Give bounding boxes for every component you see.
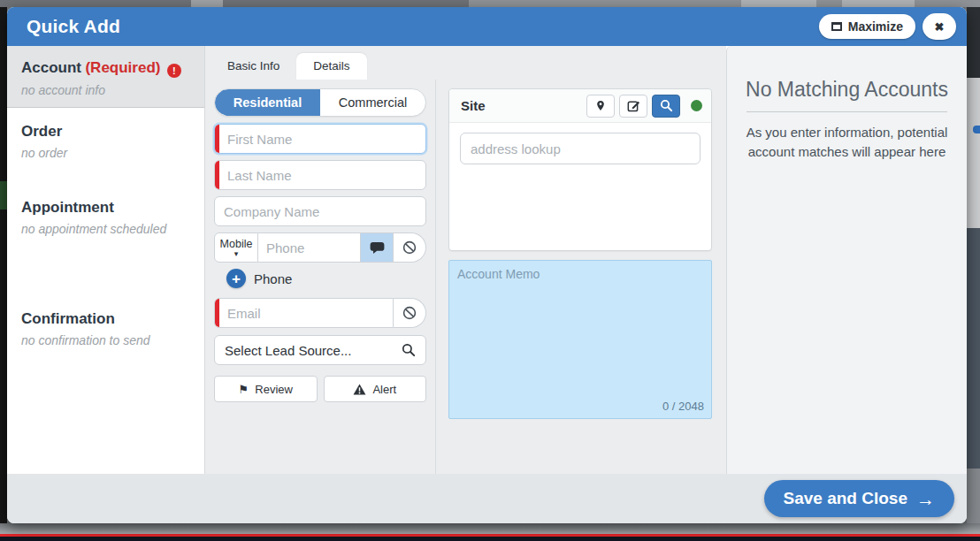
opt-out-phone-button[interactable]: [394, 232, 426, 263]
company-name-field-wrap: [214, 196, 426, 226]
background-page-fragment: [191, 0, 223, 7]
site-title: Site: [461, 98, 486, 113]
maximize-button[interactable]: Maximize: [819, 14, 915, 39]
account-heading: Account (Required) !: [21, 59, 190, 78]
tab-basic-info[interactable]: Basic Info: [211, 53, 296, 80]
sidebar-item-appointment[interactable]: Appointment no appointment scheduled: [21, 199, 190, 236]
plus-circle-icon: +: [226, 269, 246, 288]
email-field-wrap: [214, 298, 394, 328]
warning-icon: [353, 384, 366, 395]
opt-out-email-button[interactable]: [394, 298, 426, 328]
map-pin-icon: [595, 99, 606, 112]
site-panel: Site: [448, 88, 712, 251]
sms-toggle-button[interactable]: [361, 232, 394, 263]
email-row: [214, 298, 426, 328]
phone-type-select[interactable]: Mobile ▾: [214, 232, 258, 263]
address-lookup-input[interactable]: [460, 133, 701, 164]
basic-info-panel: Residential Commercial: [205, 80, 726, 474]
account-form: Residential Commercial: [205, 80, 435, 474]
site-body: [449, 123, 711, 174]
alert-label: Alert: [372, 383, 396, 396]
order-title: Order: [21, 123, 190, 141]
tab-bar: Basic Info Details: [205, 46, 726, 80]
account-memo-textarea[interactable]: [448, 260, 712, 419]
screen: Quick Add Maximize ✖ Account (Required): [0, 0, 980, 541]
dialog-title: Quick Add: [27, 16, 120, 37]
background-page-bottom: [0, 523, 980, 534]
arrow-right-icon: →: [916, 490, 935, 508]
phone-row: Mobile ▾: [214, 232, 426, 263]
sidebar-item-confirmation[interactable]: Confirmation no confirmation to send: [21, 310, 190, 347]
commercial-toggle[interactable]: Commercial: [320, 89, 425, 116]
confirmation-title: Confirmation: [21, 310, 190, 328]
email-input[interactable]: [214, 298, 394, 328]
save-and-close-label: Save and Close: [784, 489, 907, 508]
lead-source-select[interactable]: Select Lead Source...: [214, 335, 426, 365]
matches-title: No Matching Accounts: [745, 78, 949, 102]
last-name-field-wrap: [214, 160, 426, 190]
background-navy-bar: [0, 537, 980, 541]
dialog-header-buttons: Maximize ✖: [819, 13, 956, 40]
dialog-header: Quick Add Maximize ✖: [7, 7, 967, 46]
order-status: no order: [21, 146, 190, 160]
chevron-down-icon: ▾: [234, 250, 239, 257]
prohibited-icon: [402, 306, 417, 320]
close-button[interactable]: ✖: [923, 13, 956, 40]
background-page-right: [967, 7, 980, 78]
residential-toggle[interactable]: Residential: [215, 89, 320, 116]
tab-details[interactable]: Details: [296, 53, 366, 80]
alert-button[interactable]: Alert: [324, 376, 427, 402]
flag-icon: ⚑: [239, 383, 249, 396]
quick-add-dialog: Quick Add Maximize ✖ Account (Required): [7, 7, 967, 523]
matching-accounts-panel: No Matching Accounts As you enter inform…: [726, 46, 967, 474]
background-page-left: [0, 7, 7, 523]
close-icon: ✖: [935, 20, 945, 34]
prohibited-icon: [402, 240, 417, 255]
first-name-field-wrap: [214, 124, 426, 154]
add-phone-label: Phone: [254, 271, 292, 286]
confirmation-status: no confirmation to send: [21, 333, 190, 347]
background-page-fragment: [967, 228, 980, 469]
sidebar-item-order[interactable]: Order no order: [21, 123, 190, 160]
dialog-body: Account (Required) ! no account info Ord…: [7, 46, 967, 474]
account-title: Account: [21, 59, 81, 76]
background-page-fragment: [842, 0, 915, 7]
error-icon: !: [167, 64, 181, 78]
edit-icon: [627, 99, 640, 112]
edit-site-button[interactable]: [619, 95, 647, 118]
matches-description: As you enter information, potential acco…: [745, 123, 949, 162]
company-name-input[interactable]: [214, 196, 426, 226]
background-page-fragment: [967, 469, 980, 523]
search-icon: [402, 343, 416, 357]
sidebar-sections: Order no order Appointment no appointmen…: [7, 108, 204, 362]
site-header: Site: [449, 89, 711, 123]
first-name-input[interactable]: [214, 124, 426, 154]
flag-row: ⚑ Review Alert: [214, 376, 426, 402]
main-content: Basic Info Details Residential Commercia…: [205, 46, 726, 474]
map-pin-button[interactable]: [586, 95, 615, 118]
site-column: Site: [436, 80, 726, 474]
appointment-status: no appointment scheduled: [21, 222, 190, 236]
site-buttons: [586, 95, 702, 118]
matches-divider: [746, 111, 947, 112]
dialog-footer: Save and Close →: [7, 474, 967, 523]
sidebar: Account (Required) ! no account info Ord…: [7, 46, 205, 474]
background-page-fragment: [741, 0, 816, 7]
review-button[interactable]: ⚑ Review: [214, 376, 318, 402]
account-memo-wrap: 0 / 2048: [448, 260, 712, 419]
review-label: Review: [255, 383, 293, 396]
lead-source-label: Select Lead Source...: [225, 343, 351, 358]
account-status: no account info: [21, 83, 190, 97]
sidebar-item-account[interactable]: Account (Required) ! no account info: [7, 46, 204, 108]
background-page-fragment: [973, 126, 980, 133]
account-required-label: (Required): [85, 59, 160, 76]
appointment-title: Appointment: [21, 199, 190, 217]
add-phone-button[interactable]: + Phone: [226, 267, 292, 290]
phone-input[interactable]: [258, 232, 361, 263]
memo-character-counter: 0 / 2048: [662, 400, 704, 413]
last-name-input[interactable]: [214, 160, 426, 190]
search-icon: [660, 99, 673, 112]
maximize-label: Maximize: [848, 19, 903, 34]
site-search-button[interactable]: [652, 95, 680, 118]
save-and-close-button[interactable]: Save and Close →: [764, 480, 954, 517]
